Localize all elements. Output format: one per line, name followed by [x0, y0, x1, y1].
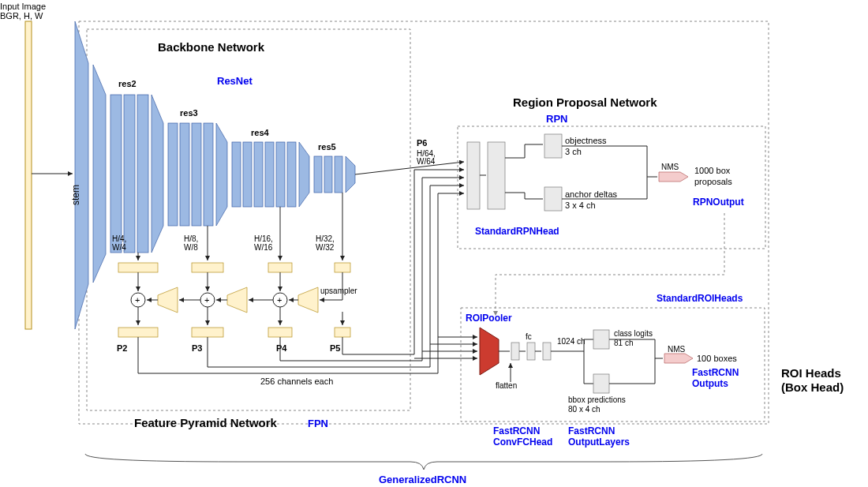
rpn-out1: 1000 box [694, 166, 731, 175]
res2-group: res2 [110, 79, 148, 253]
bbox-box [593, 374, 609, 393]
rpn-head-class: StandardRPNHead [475, 226, 559, 237]
svg-rect-0 [110, 95, 122, 253]
svg-text:NMS: NMS [661, 163, 679, 171]
rpn-nms: NMS [659, 163, 688, 182]
svg-rect-18 [268, 263, 292, 272]
res3-taper [216, 123, 227, 226]
p2-label: P2 [117, 343, 127, 353]
logits2: 81 ch [614, 339, 633, 347]
bbox2: 80 x 4 ch [568, 405, 600, 414]
p3-box [192, 328, 223, 337]
roi-nms: NMS [664, 345, 693, 363]
rpn-class: RPN [546, 113, 567, 125]
svg-rect-7 [232, 142, 241, 207]
svg-rect-6 [204, 123, 213, 226]
svg-rect-1 [124, 95, 135, 253]
svg-rect-8 [243, 142, 252, 207]
p6-label: P6 [417, 138, 427, 148]
roi-head2: ConvFCHead [493, 436, 552, 448]
roi-layers1: FastRCNN [568, 425, 615, 436]
p6-dims: H/64,W/64 [417, 149, 436, 166]
svg-rect-16 [118, 263, 158, 272]
logits-box [593, 330, 609, 349]
svg-rect-10 [265, 142, 274, 207]
stem-shape [75, 21, 88, 329]
roi-title2: (Box Head) [781, 380, 844, 394]
upsampler-p4 [227, 287, 247, 313]
flatten-label: flatten [496, 381, 517, 390]
p5-box [335, 328, 350, 337]
bbox1: bbox predictions [568, 395, 626, 404]
roipooler-label: ROIPooler [466, 313, 512, 324]
objness1: objectness [565, 136, 607, 145]
fc-label: fc [526, 332, 532, 341]
overall-class: GeneralizedRCNN [379, 474, 466, 485]
p4-box [268, 328, 292, 337]
p3-label: P3 [192, 343, 202, 353]
rpn-out2: proposals [694, 177, 732, 186]
roi-head1: FastRCNN [493, 425, 540, 436]
logits1: class logits [614, 329, 653, 338]
scale-res5: H/32,W/32 [316, 234, 335, 252]
svg-rect-5 [192, 123, 201, 226]
svg-rect-3 [168, 123, 178, 226]
svg-rect-26 [467, 142, 480, 209]
architecture-diagram: Backbone Network ResNet Input Image BGR,… [0, 0, 868, 487]
upsampler-p3 [158, 287, 178, 313]
res3-group: res3 [168, 108, 213, 226]
upsampler-p5 [298, 287, 318, 313]
svg-text:NMS: NMS [668, 345, 686, 354]
roi-out: 100 boxes [697, 354, 737, 363]
svg-marker-30 [659, 172, 688, 182]
res2-label: res2 [118, 79, 137, 88]
deltas1: anchor deltas [565, 189, 618, 199]
roipooler-shape [480, 328, 499, 375]
fpn-class: FPN [308, 418, 328, 429]
res5-label: res5 [318, 142, 336, 152]
svg-rect-13 [314, 156, 322, 193]
svg-rect-17 [192, 263, 223, 272]
fpn-laterals [118, 263, 350, 272]
svg-rect-15 [335, 156, 342, 193]
res5-group: res5 [314, 142, 342, 193]
res4-label: res4 [251, 128, 270, 137]
svg-rect-29 [544, 187, 562, 211]
rpn-title: Region Proposal Network [513, 96, 657, 109]
objness2: 3 ch [565, 147, 582, 156]
p4-label: P4 [276, 343, 287, 353]
roi-box [461, 308, 765, 421]
roi-outclass1: FastRCNN [692, 367, 739, 378]
svg-text:+: + [277, 295, 282, 305]
p6-wire [355, 162, 464, 174]
rpn-outclass: RPNOutput [693, 197, 744, 208]
res4-taper [299, 142, 309, 207]
svg-rect-12 [287, 142, 296, 207]
fpn-title: Feature Pyramid Network [134, 416, 278, 429]
svg-rect-11 [276, 142, 285, 207]
brace [85, 454, 762, 470]
res5-taper [346, 156, 355, 193]
fc2-box [543, 343, 551, 360]
backbone-title: Backbone Network [158, 40, 265, 54]
scale-res3: H/8,W/8 [184, 234, 198, 252]
stem-label: stem [70, 185, 81, 205]
roi-outclass2: Outputs [692, 378, 728, 389]
svg-text:+: + [135, 295, 140, 305]
resnet-class: ResNet [217, 75, 253, 87]
rpn-head [467, 134, 562, 211]
roi-title1: ROI Heads [781, 366, 841, 380]
roi-class: StandardROIHeads [657, 293, 743, 304]
svg-rect-9 [254, 142, 263, 207]
scale-res2: H/4,W/4 [112, 234, 126, 252]
svg-rect-27 [488, 142, 505, 209]
svg-text:+: + [204, 295, 209, 305]
p5-label: P5 [330, 343, 340, 353]
scale-res4: H/16,W/16 [254, 234, 273, 252]
svg-rect-2 [137, 95, 148, 253]
fc-ch: 1024 ch [557, 337, 586, 346]
res3-label: res3 [180, 108, 198, 118]
svg-rect-19 [335, 263, 350, 272]
stem-taper [93, 65, 106, 283]
svg-rect-4 [180, 123, 189, 226]
